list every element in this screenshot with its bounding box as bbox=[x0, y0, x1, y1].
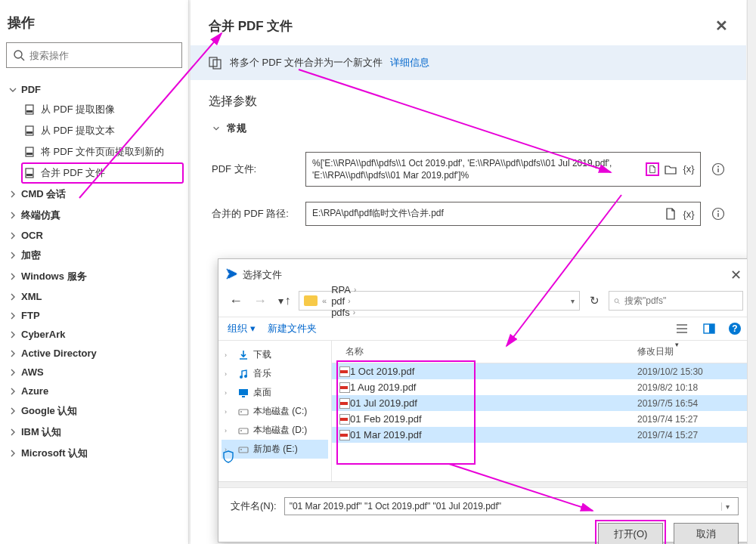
refresh-button[interactable]: ↻ bbox=[584, 291, 604, 311]
label-pdf-files: PDF 文件: bbox=[212, 162, 295, 176]
flow-icon: ⮞ bbox=[226, 268, 238, 282]
merged-path-input[interactable]: E:\RPA\pdf\pdf临时文件\合并.pdf {x} bbox=[305, 202, 701, 226]
picker-sidebar-item[interactable]: ›本地磁盘 (D:) bbox=[222, 421, 328, 440]
sidebar-title: 操作 bbox=[0, 0, 188, 42]
pdf-files-input[interactable]: %['E:\\RPA\\pdf\\pdfs\\1 Oct 2019.pdf', … bbox=[305, 152, 701, 187]
svg-rect-2 bbox=[26, 105, 33, 114]
picker-sidebar-item[interactable]: ›下载 bbox=[222, 345, 328, 364]
chevron-right-icon bbox=[8, 329, 18, 340]
tree-group[interactable]: OCR bbox=[5, 226, 184, 245]
file-picker-dialog: ⮞选择文件 ✕ ← → ▾↑ « RPA › pdf › pdfs › ▾ ↻ … bbox=[218, 258, 751, 542]
tree-leaf-pdf-0[interactable]: 从 PDF 提取图像 bbox=[21, 99, 184, 120]
tree-leaf-pdf-2[interactable]: 将 PDF 文件页面提取到新的 bbox=[21, 141, 184, 162]
group-general[interactable]: 常规 bbox=[191, 113, 746, 144]
variable-icon[interactable]: {x} bbox=[682, 162, 696, 176]
svg-rect-8 bbox=[26, 168, 33, 178]
tree-group[interactable]: IBM 认知 bbox=[5, 422, 184, 443]
picker-title: 选择文件 bbox=[243, 268, 282, 282]
chevron-down-icon bbox=[212, 124, 221, 133]
svg-rect-7 bbox=[26, 153, 33, 155]
right-panel-edge bbox=[747, 0, 756, 544]
chevron-right-icon bbox=[8, 348, 18, 359]
svg-rect-31 bbox=[239, 410, 248, 415]
filename-input[interactable]: "01 Mar 2019.pdf" "1 Oct 2019.pdf" "01 J… bbox=[284, 497, 739, 515]
crumb-segment[interactable]: RPA › bbox=[331, 284, 356, 295]
tree-group[interactable]: Windows 服务 bbox=[5, 266, 184, 287]
file-row[interactable]: 01 Feb 2019.pdf2019/7/4 15:27 bbox=[332, 411, 751, 427]
crumb-segment[interactable]: pdfs › bbox=[331, 307, 356, 318]
breadcrumb[interactable]: « RPA › pdf › pdfs › ▾ bbox=[299, 291, 580, 311]
forward-button[interactable]: → bbox=[250, 291, 270, 311]
svg-rect-5 bbox=[26, 131, 33, 134]
tree-group[interactable]: CMD 会话 bbox=[5, 184, 184, 205]
up-button[interactable]: ▾↑ bbox=[274, 291, 294, 311]
search-actions-input[interactable] bbox=[6, 42, 182, 68]
search-icon bbox=[13, 49, 25, 61]
tree-group[interactable]: CyberArk bbox=[5, 325, 184, 344]
picker-search-field[interactable] bbox=[624, 295, 738, 306]
tree-group[interactable]: XML bbox=[5, 287, 184, 306]
tree-leaf-pdf-3[interactable]: 合并 PDF 文件 bbox=[21, 162, 184, 184]
pdf-file-icon bbox=[339, 430, 350, 440]
file-icon[interactable] bbox=[646, 162, 659, 176]
svg-point-32 bbox=[240, 411, 242, 413]
filename-label: 文件名(N): bbox=[231, 499, 277, 513]
tree-group[interactable]: FTP bbox=[5, 306, 184, 325]
cancel-button[interactable]: 取消 bbox=[674, 523, 739, 544]
tree-group[interactable]: 加密 bbox=[5, 245, 184, 266]
actions-tree: PDF 从 PDF 提取图像从 PDF 提取文本将 PDF 文件页面提取到新的合… bbox=[0, 80, 188, 464]
tree-leaf-pdf-1[interactable]: 从 PDF 提取文本 bbox=[21, 120, 184, 141]
chevron-right-icon bbox=[8, 386, 18, 397]
info-link[interactable]: 详细信息 bbox=[390, 56, 429, 70]
chevron-right-icon bbox=[8, 250, 18, 261]
column-name[interactable]: 名称 bbox=[339, 345, 637, 358]
tree-group[interactable]: Azure bbox=[5, 382, 184, 400]
file-row[interactable]: 01 Mar 2019.pdf2019/7/4 15:27 bbox=[332, 427, 751, 443]
help-icon[interactable]: ? bbox=[728, 322, 742, 335]
open-button[interactable]: 打开(O) bbox=[598, 523, 663, 544]
close-icon[interactable]: ✕ bbox=[730, 267, 742, 283]
svg-rect-30 bbox=[242, 396, 245, 397]
picker-search-input[interactable] bbox=[609, 291, 743, 311]
pdf-action-icon bbox=[24, 167, 36, 179]
file-row[interactable]: 01 Jul 2019.pdf2019/7/5 16:54 bbox=[332, 395, 751, 411]
preview-pane-icon[interactable] bbox=[702, 322, 716, 335]
chevron-down-icon[interactable]: ▾ bbox=[721, 502, 733, 511]
search-actions-field[interactable] bbox=[29, 50, 175, 61]
svg-rect-4 bbox=[26, 126, 33, 135]
tree-group[interactable]: Active Directory bbox=[5, 344, 184, 363]
tree-group[interactable]: Google 认知 bbox=[5, 400, 184, 422]
folder-icon[interactable] bbox=[664, 162, 677, 176]
scrollbar-track[interactable] bbox=[218, 481, 751, 487]
file-row[interactable]: 1 Aug 2019.pdf2019/8/2 10:18 bbox=[332, 379, 751, 395]
svg-rect-9 bbox=[26, 174, 33, 176]
tree-group-pdf[interactable]: PDF bbox=[5, 80, 184, 99]
view-list-icon[interactable]: ▾ bbox=[674, 322, 690, 335]
close-icon[interactable]: ✕ bbox=[715, 17, 728, 35]
picker-sidebar-item[interactable]: ›新加卷 (E:) bbox=[222, 440, 328, 459]
pdf-file-icon bbox=[339, 398, 350, 409]
new-folder-button[interactable]: 新建文件夹 bbox=[268, 322, 317, 335]
crumb-segment[interactable]: pdf › bbox=[331, 295, 356, 307]
chevron-right-icon bbox=[8, 210, 18, 221]
info-bar: 将多个 PDF 文件合并为一个新文件 详细信息 bbox=[191, 45, 746, 80]
info-icon[interactable] bbox=[711, 207, 725, 221]
variable-icon[interactable]: {x} bbox=[682, 207, 696, 221]
tree-group[interactable]: AWS bbox=[5, 363, 184, 382]
organize-menu[interactable]: 组织 ▾ bbox=[228, 322, 256, 335]
pdf-action-icon bbox=[24, 104, 36, 116]
picker-sidebar-item[interactable]: ›本地磁盘 (C:) bbox=[222, 402, 328, 421]
file-icon[interactable] bbox=[664, 207, 677, 221]
chevron-down-icon[interactable]: ▾ bbox=[571, 297, 575, 305]
file-row[interactable]: 1 Oct 2019.pdf2019/10/2 15:30 bbox=[332, 363, 751, 379]
svg-rect-17 bbox=[717, 213, 718, 217]
column-date[interactable]: 修改日期 bbox=[637, 345, 743, 358]
tree-group[interactable]: 终端仿真 bbox=[5, 205, 184, 226]
info-icon[interactable] bbox=[711, 162, 725, 176]
svg-rect-3 bbox=[26, 110, 33, 113]
picker-sidebar-item[interactable]: ›桌面 bbox=[222, 383, 328, 402]
back-button[interactable]: ← bbox=[226, 291, 246, 311]
tree-group[interactable]: Microsoft 认知 bbox=[5, 443, 184, 464]
svg-rect-29 bbox=[239, 389, 248, 395]
picker-sidebar-item[interactable]: ›音乐 bbox=[222, 364, 328, 383]
